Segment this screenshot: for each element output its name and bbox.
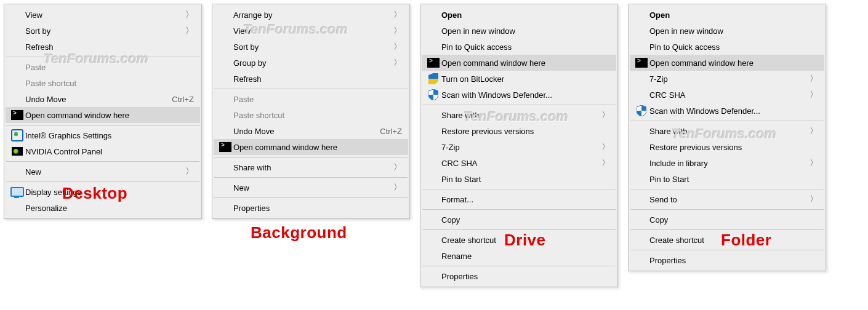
- menu-item-label: Open command window here: [649, 58, 818, 68]
- icon-none: [425, 250, 441, 261]
- menu-item-view[interactable]: View 〉: [214, 23, 408, 39]
- menu-item-arrange-by[interactable]: Arrange by 〉: [214, 7, 408, 23]
- menu-item-label: Scan with Windows Defender...: [441, 90, 610, 100]
- menu-item-create-shortcut[interactable]: Create shortcut: [422, 232, 616, 248]
- icon-none: [425, 173, 441, 185]
- menu-item-undo-move[interactable]: Undo Move Ctrl+Z: [214, 123, 408, 139]
- menu-item-properties[interactable]: Properties: [214, 200, 408, 216]
- icon-none: [633, 89, 649, 100]
- menu-item-format[interactable]: Format...: [422, 191, 616, 207]
- menu-item-share-with[interactable]: Share with 〉: [422, 107, 616, 123]
- menu-item-group-by[interactable]: Group by 〉: [214, 55, 408, 71]
- icon-none: [425, 25, 441, 36]
- menu-item-new[interactable]: New 〉: [6, 164, 200, 180]
- submenu-arrow-icon: 〉: [393, 41, 402, 52]
- menu-item-label: Intel® Graphics Settings: [25, 131, 194, 140]
- menu-item-paste-shortcut: Paste shortcut: [6, 75, 200, 91]
- keyboard-shortcut: Ctrl+Z: [172, 95, 194, 104]
- menu-item-label: Group by: [233, 58, 393, 68]
- menu-item-personalize[interactable]: Personalize: [6, 200, 200, 216]
- icon-none: [9, 41, 25, 52]
- separator: [422, 209, 616, 210]
- separator: [214, 177, 408, 178]
- menu-item-nvidia-control-panel[interactable]: NVIDIA Control Panel: [6, 143, 200, 159]
- menu-item-undo-move[interactable]: Undo Move Ctrl+Z: [6, 91, 200, 107]
- icon-none: [425, 109, 441, 121]
- menu-item-copy[interactable]: Copy: [630, 212, 824, 228]
- icon-none: [9, 166, 25, 177]
- menu-item-share-with[interactable]: Share with 〉: [214, 159, 408, 175]
- icon-none: [633, 157, 649, 169]
- icon-none: [217, 109, 233, 121]
- menu-item-intel-graphics[interactable]: Intel® Graphics Settings: [6, 127, 200, 143]
- icon-none: [9, 202, 25, 213]
- intel-graphics-icon: [9, 130, 25, 141]
- menu-item-create-shortcut[interactable]: Create shortcut: [630, 232, 824, 248]
- menu-item-pin-start[interactable]: Pin to Start: [630, 171, 824, 187]
- menu-item-7zip[interactable]: 7-Zip 〉: [422, 139, 616, 155]
- menu-item-label: New: [233, 183, 393, 193]
- menu-item-sort-by[interactable]: Sort by 〉: [214, 39, 408, 55]
- menu-item-rename[interactable]: Rename: [422, 248, 616, 264]
- menu-item-pin-quick-access[interactable]: Pin to Quick access: [630, 39, 824, 55]
- icon-none: [217, 73, 233, 84]
- menu-item-refresh[interactable]: Refresh: [214, 71, 408, 87]
- icon-none: [217, 182, 233, 193]
- menu-item-label: Restore previous versions: [441, 127, 610, 136]
- menu-item-crc-sha[interactable]: CRC SHA 〉: [422, 155, 616, 171]
- menu-item-open[interactable]: Open: [630, 7, 824, 23]
- keyboard-shortcut: Ctrl+Z: [380, 127, 402, 136]
- menu-item-bitlocker[interactable]: Turn on BitLocker: [422, 71, 616, 87]
- menu-item-open-command-window-here[interactable]: Open command window here: [422, 55, 616, 71]
- menu-item-pin-start[interactable]: Pin to Start: [422, 171, 616, 187]
- separator: [630, 229, 824, 230]
- icon-none: [9, 25, 25, 36]
- menu-item-display-settings[interactable]: Display settings: [6, 184, 200, 200]
- menu-item-sort-by[interactable]: Sort by 〉: [6, 23, 200, 39]
- menu-item-label: Copy: [649, 215, 818, 225]
- menu-item-restore-versions[interactable]: Restore previous versions: [422, 123, 616, 139]
- separator: [630, 209, 824, 210]
- menu-item-label: Sort by: [233, 42, 393, 52]
- menu-item-share-with[interactable]: Share with 〉: [630, 123, 824, 139]
- menu-item-label: Create shortcut: [649, 236, 818, 245]
- separator: [214, 89, 408, 89]
- menu-item-label: NVIDIA Control Panel: [25, 147, 194, 156]
- separator: [422, 189, 616, 189]
- menu-item-label: Undo Move: [233, 127, 370, 136]
- menu-item-open-command-window-here[interactable]: Open command window here: [6, 107, 200, 123]
- menu-item-defender[interactable]: Scan with Windows Defender...: [630, 103, 824, 119]
- menu-item-label: Open: [649, 10, 818, 20]
- menu-item-label: Paste shortcut: [233, 111, 402, 120]
- menu-item-defender[interactable]: Scan with Windows Defender...: [422, 87, 616, 103]
- menu-item-label: Open command window here: [441, 58, 610, 68]
- icon-none: [633, 141, 649, 153]
- menu-item-pin-quick-access[interactable]: Pin to Quick access: [422, 39, 616, 55]
- separator: [630, 189, 824, 189]
- menu-item-new[interactable]: New 〉: [214, 180, 408, 196]
- menu-item-open[interactable]: Open: [422, 7, 616, 23]
- icon-none: [633, 173, 649, 185]
- menu-item-copy[interactable]: Copy: [422, 212, 616, 228]
- menu-item-7zip[interactable]: 7-Zip 〉: [630, 71, 824, 87]
- menu-item-crc-sha[interactable]: CRC SHA 〉: [630, 87, 824, 103]
- menu-item-restore-versions[interactable]: Restore previous versions: [630, 139, 824, 155]
- cmd-icon: [217, 141, 233, 153]
- menu-item-view[interactable]: View 〉: [6, 7, 200, 23]
- menu-item-label: Properties: [649, 256, 818, 265]
- menu-item-open-new-window[interactable]: Open in new window: [422, 23, 616, 39]
- menu-item-open-command-window-here[interactable]: Open command window here: [214, 139, 408, 155]
- submenu-arrow-icon: 〉: [393, 57, 402, 68]
- separator: [422, 266, 616, 266]
- cmd-icon: [425, 57, 441, 68]
- menu-item-refresh[interactable]: Refresh: [6, 39, 200, 55]
- menu-item-open-command-window-here[interactable]: Open command window here: [630, 55, 824, 71]
- separator: [6, 181, 199, 182]
- menu-item-properties[interactable]: Properties: [630, 252, 824, 268]
- icon-none: [425, 234, 441, 245]
- menu-item-send-to[interactable]: Send to 〉: [630, 191, 824, 207]
- menu-item-open-new-window[interactable]: Open in new window: [630, 23, 824, 39]
- menu-item-include-library[interactable]: Include in library 〉: [630, 155, 824, 171]
- menu-item-properties[interactable]: Properties: [422, 268, 616, 284]
- context-menu-folder: TenForums.com Folder Open Open in new wi…: [628, 4, 826, 271]
